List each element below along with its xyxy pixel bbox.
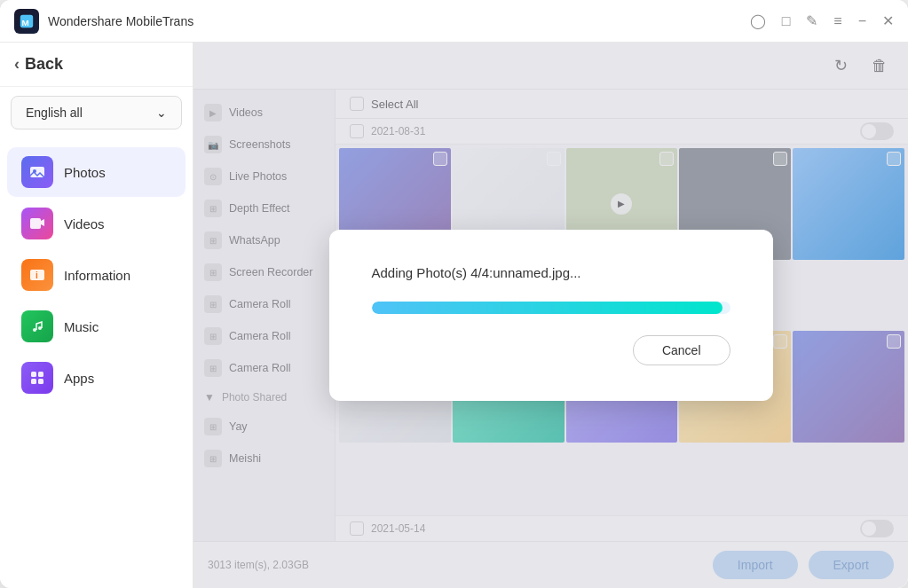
modal-status-text: Adding Photo(s) 4/4:unnamed.jpg...	[372, 265, 581, 280]
apps-icon	[21, 362, 53, 394]
app-title: Wondershare MobileTrans	[48, 14, 750, 28]
app-window: M Wondershare MobileTrans ◯ □ ✎ ≡ − ✕ ‹ …	[0, 0, 908, 588]
svg-rect-4	[30, 218, 41, 229]
back-button[interactable]: ‹ Back	[0, 43, 193, 87]
nav-items: Photos Videos i	[0, 138, 193, 412]
svg-text:M: M	[22, 17, 29, 27]
sidebar-item-videos[interactable]: Videos	[7, 199, 186, 248]
sidebar-item-label-videos: Videos	[64, 216, 105, 231]
progress-bar-fill	[372, 302, 723, 314]
cancel-button[interactable]: Cancel	[633, 335, 730, 365]
bookmark-icon[interactable]: □	[782, 13, 791, 29]
back-arrow-icon: ‹	[14, 55, 20, 74]
sidebar-item-music[interactable]: Music	[7, 302, 186, 351]
sidebar-item-information[interactable]: i Information	[7, 250, 186, 300]
main-content: ↻ 🗑 ▶ Videos 📷 Screenshots ⊙ L	[193, 43, 908, 588]
back-label: Back	[25, 55, 63, 74]
sidebar-item-label-photos: Photos	[64, 165, 106, 180]
information-icon: i	[21, 259, 53, 291]
svg-rect-9	[31, 372, 36, 377]
svg-rect-12	[38, 379, 43, 384]
sidebar-item-label-information: Information	[64, 268, 130, 283]
music-icon	[21, 310, 53, 342]
sidebar-item-label-music: Music	[64, 319, 99, 334]
edit-icon[interactable]: ✎	[806, 12, 817, 29]
window-controls: ◯ □ ✎ ≡ − ✕	[750, 12, 894, 29]
photos-icon	[21, 156, 53, 188]
videos-icon	[21, 208, 53, 239]
sidebar-item-label-apps: Apps	[64, 371, 94, 386]
progress-bar-background	[372, 302, 730, 314]
sidebar-item-photos[interactable]: Photos	[7, 147, 186, 197]
svg-rect-11	[31, 379, 36, 384]
sidebar-item-apps[interactable]: Apps	[7, 353, 186, 403]
svg-rect-10	[38, 372, 43, 377]
chevron-down-icon: ⌄	[156, 106, 167, 120]
menu-icon[interactable]: ≡	[833, 13, 841, 29]
user-icon[interactable]: ◯	[750, 12, 766, 29]
minimize-icon[interactable]: −	[858, 13, 866, 29]
language-selector[interactable]: English all ⌄	[11, 96, 182, 129]
progress-modal: Adding Photo(s) 4/4:unnamed.jpg... Cance…	[329, 230, 773, 401]
lang-value: English all	[26, 106, 83, 120]
app-logo: M	[14, 9, 39, 34]
svg-text:i: i	[36, 270, 38, 280]
modal-overlay: Adding Photo(s) 4/4:unnamed.jpg... Cance…	[193, 43, 908, 588]
content-area: ‹ Back English all ⌄ Photos	[0, 43, 908, 588]
sidebar: ‹ Back English all ⌄ Photos	[0, 43, 193, 588]
title-bar: M Wondershare MobileTrans ◯ □ ✎ ≡ − ✕	[0, 0, 908, 43]
close-icon[interactable]: ✕	[882, 12, 894, 29]
